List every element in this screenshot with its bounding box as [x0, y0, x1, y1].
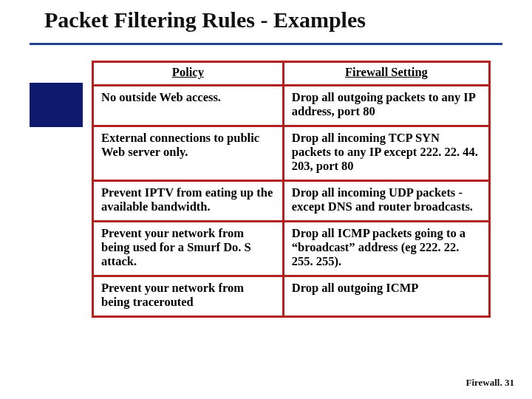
rules-table: Policy Firewall Setting No outside Web a…: [92, 61, 491, 318]
table-row: Prevent IPTV from eating up the availabl…: [93, 180, 490, 221]
cell-setting: Drop all ICMP packets going to a “broadc…: [283, 221, 489, 276]
slide-footer: Firewall. 31: [466, 377, 514, 389]
left-accent-block: [30, 83, 83, 127]
cell-policy: Prevent your network from being tracerou…: [93, 276, 284, 316]
title-rule: [30, 43, 502, 45]
table-row: Prevent your network from being tracerou…: [93, 276, 490, 316]
cell-policy: External connections to public Web serve…: [93, 126, 284, 180]
table-row: No outside Web access. Drop all outgoing…: [93, 85, 490, 126]
header-policy: Policy: [93, 62, 284, 86]
cell-setting: Drop all outgoing ICMP: [283, 276, 489, 316]
slide: Packet Filtering Rules - Examples Policy…: [0, 0, 532, 399]
slide-title: Packet Filtering Rules - Examples: [44, 7, 502, 33]
cell-policy: No outside Web access.: [93, 85, 284, 126]
table-row: External connections to public Web serve…: [93, 126, 490, 180]
cell-policy: Prevent IPTV from eating up the availabl…: [93, 180, 284, 221]
rules-table-container: Policy Firewall Setting No outside Web a…: [92, 61, 491, 318]
table-row: Prevent your network from being used for…: [93, 221, 490, 276]
header-setting: Firewall Setting: [283, 62, 489, 86]
cell-setting: Drop all outgoing packets to any IP addr…: [283, 85, 489, 126]
cell-policy: Prevent your network from being used for…: [93, 221, 284, 276]
cell-setting: Drop all incoming UDP packets - except D…: [283, 180, 489, 221]
cell-setting: Drop all incoming TCP SYN packets to any…: [283, 126, 489, 180]
table-header-row: Policy Firewall Setting: [93, 62, 490, 86]
